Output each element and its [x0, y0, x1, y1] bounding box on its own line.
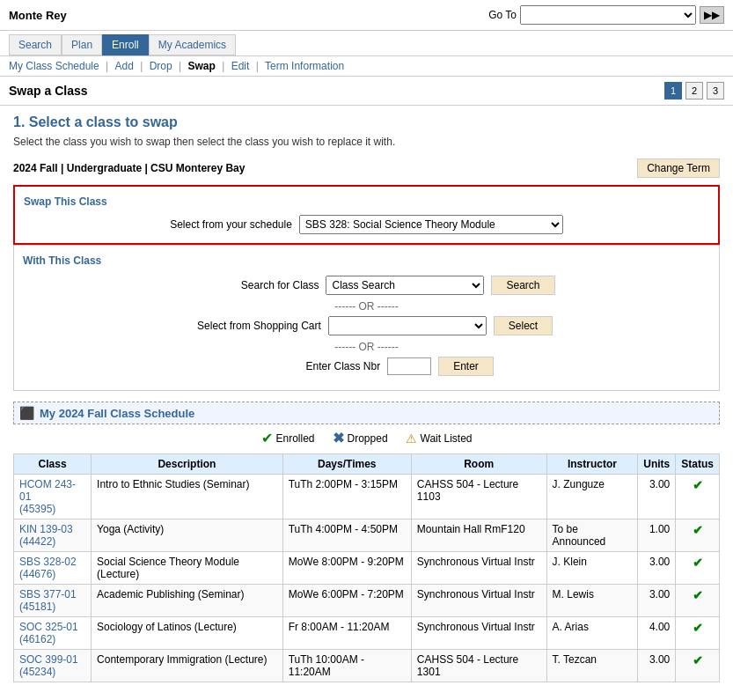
- table-row: KIN 139-03(44422) Yoga (Activity) TuTh 4…: [14, 519, 720, 552]
- waitlisted-icon: ⚠: [406, 431, 417, 446]
- enrolled-status-icon: ✔: [693, 653, 703, 667]
- page-title-bar: Swap a Class 1 2 3: [0, 77, 733, 106]
- enrolled-status-icon: ✔: [693, 588, 703, 602]
- main-content: 1. Select a class to swap Select the cla…: [0, 106, 733, 691]
- subnav-drop[interactable]: Drop: [150, 60, 172, 72]
- goto-label: Go To: [488, 9, 517, 21]
- class-link[interactable]: KIN 139-03(44422): [19, 523, 73, 548]
- step-indicators: 1 2 3: [664, 82, 724, 99]
- search-button[interactable]: Search: [491, 276, 554, 295]
- cell-units: 3.00: [638, 475, 676, 519]
- with-box-title: With This Class: [23, 254, 710, 267]
- swap-row: Select from your schedule SBS 328: Socia…: [24, 215, 709, 234]
- class-link[interactable]: SBS 377-01(45181): [19, 588, 77, 613]
- page-title: Swap a Class: [9, 84, 88, 98]
- subnav-swap[interactable]: Swap: [187, 60, 215, 72]
- select-button[interactable]: Select: [494, 316, 553, 335]
- or-divider-1: ------ OR ------: [23, 300, 710, 313]
- cell-class: SOC 325-01(46162): [14, 617, 92, 650]
- goto-select[interactable]: [520, 5, 696, 25]
- tab-plan[interactable]: Plan: [62, 34, 102, 55]
- step-2: 2: [685, 82, 703, 99]
- cell-status: ✔: [676, 585, 720, 617]
- waitlisted-label: Wait Listed: [421, 432, 473, 445]
- col-instructor: Instructor: [546, 454, 638, 475]
- cell-instructor: J. Zunguze: [546, 475, 638, 519]
- cell-instructor: To be Announced: [546, 519, 638, 552]
- goto-section: Go To ▶▶: [488, 5, 724, 25]
- tab-search[interactable]: Search: [9, 34, 62, 55]
- table-row: SOC 399-01(45234) Contemporary Immigrati…: [14, 650, 720, 682]
- cell-description: Social Science Theory Module (Lecture): [92, 552, 283, 585]
- cell-description: Academic Publishing (Seminar): [92, 585, 283, 617]
- search-for-class-row: Search for Class Class Search Search: [23, 276, 710, 295]
- cell-class: KIN 139-03(44422): [14, 519, 92, 552]
- class-link[interactable]: SBS 328-02(44676): [19, 556, 77, 580]
- nav-tabs: Search Plan Enroll My Academics: [0, 31, 733, 56]
- legend-waitlisted: ⚠ Wait Listed: [406, 431, 473, 446]
- cell-class: SBS 377-01(45181): [14, 585, 92, 617]
- class-nbr-input[interactable]: [387, 357, 431, 375]
- schedule-icon: ⬛: [19, 406, 34, 420]
- col-description: Description: [92, 454, 283, 475]
- class-nbr-label: Enter Class Nbr: [239, 360, 380, 372]
- swap-this-class-box: Swap This Class Select from your schedul…: [13, 185, 720, 245]
- cell-room: Synchronous Virtual Instr: [411, 552, 546, 585]
- cell-status: ✔: [676, 617, 720, 650]
- subnav-term-information[interactable]: Term Information: [265, 60, 344, 72]
- class-link[interactable]: HCOM 243-01(45395): [19, 478, 76, 515]
- schedule-header: ⬛ My 2024 Fall Class Schedule: [13, 402, 720, 424]
- cell-room: Synchronous Virtual Instr: [411, 585, 546, 617]
- swap-box-title: Swap This Class: [24, 195, 709, 208]
- shopping-cart-label: Select from Shopping Cart: [180, 320, 321, 332]
- with-this-class-box: With This Class Search for Class Class S…: [13, 245, 720, 391]
- shopping-cart-select[interactable]: [328, 316, 487, 335]
- enter-button[interactable]: Enter: [438, 357, 494, 376]
- cell-instructor: M. Lewis: [546, 585, 638, 617]
- legend-enrolled: ✔ Enrolled: [261, 430, 315, 446]
- or-divider-2: ------ OR ------: [23, 341, 710, 353]
- cell-days-times: TuTh 10:00AM - 11:20AM: [282, 650, 411, 682]
- schedule-title: My 2024 Fall Class Schedule: [40, 407, 194, 420]
- cell-status: ✔: [676, 519, 720, 552]
- cell-class: SBS 328-02(44676): [14, 552, 92, 585]
- swap-schedule-select[interactable]: SBS 328: Social Science Theory Module: [299, 215, 563, 234]
- cell-description: Intro to Ethnic Studies (Seminar): [92, 475, 283, 519]
- cell-class: SOC 399-01(45234): [14, 650, 92, 682]
- legend-dropped: ✖ Dropped: [333, 430, 388, 446]
- cell-units: 4.00: [638, 617, 676, 650]
- table-row: HCOM 243-01(45395) Intro to Ethnic Studi…: [14, 475, 720, 519]
- table-row: SBS 328-02(44676) Social Science Theory …: [14, 552, 720, 585]
- subnav-add[interactable]: Add: [115, 60, 134, 72]
- cell-class: HCOM 243-01(45395): [14, 475, 92, 519]
- shopping-cart-row: Select from Shopping Cart Select: [23, 316, 710, 335]
- cell-room: CAHSS 504 - Lecture 1103: [411, 475, 546, 519]
- tab-enroll[interactable]: Enroll: [102, 34, 149, 55]
- class-link[interactable]: SOC 399-01(45234): [19, 653, 78, 678]
- class-link[interactable]: SOC 325-01(46162): [19, 621, 78, 645]
- change-term-button[interactable]: Change Term: [637, 158, 720, 178]
- goto-button[interactable]: ▶▶: [700, 6, 724, 24]
- table-header-row: Class Description Days/Times Room Instru…: [14, 454, 720, 475]
- swap-schedule-label: Select from your schedule: [170, 218, 292, 231]
- schedule-section: ⬛ My 2024 Fall Class Schedule ✔ Enrolled…: [13, 402, 720, 682]
- cell-status: ✔: [676, 475, 720, 519]
- term-text: 2024 Fall | Undergraduate | CSU Monterey…: [13, 162, 245, 174]
- tab-my-academics[interactable]: My Academics: [149, 34, 236, 55]
- search-class-select[interactable]: Class Search: [326, 276, 484, 295]
- col-days-times: Days/Times: [282, 454, 411, 475]
- term-info: 2024 Fall | Undergraduate | CSU Monterey…: [13, 158, 720, 178]
- sub-nav: My Class Schedule | Add | Drop | Swap | …: [0, 56, 733, 77]
- cell-days-times: Fr 8:00AM - 11:20AM: [282, 617, 411, 650]
- cell-days-times: TuTh 2:00PM - 3:15PM: [282, 475, 411, 519]
- schedule-table: Class Description Days/Times Room Instru…: [13, 453, 720, 682]
- cell-description: Sociology of Latinos (Lecture): [92, 617, 283, 650]
- table-row: SBS 377-01(45181) Academic Publishing (S…: [14, 585, 720, 617]
- cell-units: 3.00: [638, 650, 676, 682]
- subnav-my-class-schedule[interactable]: My Class Schedule: [9, 60, 99, 72]
- subnav-edit[interactable]: Edit: [231, 60, 250, 72]
- enrolled-status-icon: ✔: [693, 621, 703, 635]
- cell-status: ✔: [676, 552, 720, 585]
- col-status: Status: [676, 454, 720, 475]
- cell-room: Mountain Hall RmF120: [411, 519, 546, 552]
